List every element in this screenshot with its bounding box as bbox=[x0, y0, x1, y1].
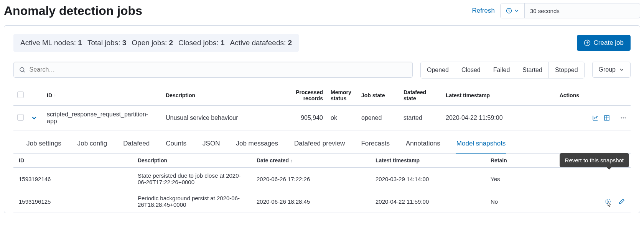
tab-model-snapshots[interactable]: Model snapshots bbox=[456, 136, 507, 154]
search-input[interactable] bbox=[29, 66, 407, 74]
chevron-down-icon bbox=[619, 67, 624, 72]
snap-cell-description: State persisted due to job close at 2020… bbox=[132, 168, 251, 190]
revert-snapshot-button[interactable] bbox=[604, 198, 611, 205]
tab-datafeed-preview[interactable]: Datafeed preview bbox=[293, 136, 346, 154]
cell-id: scripted_response_request_partition-app bbox=[43, 106, 162, 131]
refresh-interval-value[interactable]: 30 seconds bbox=[525, 3, 640, 18]
svg-point-2 bbox=[20, 67, 24, 71]
col-job-state[interactable]: Job state bbox=[357, 85, 400, 106]
table-row: scripted_response_request_partition-app … bbox=[13, 106, 631, 131]
snap-cell-latest-timestamp: 2020-04-22 11:59:00 bbox=[370, 190, 485, 213]
tab-job-settings[interactable]: Job settings bbox=[26, 136, 62, 154]
filter-opened[interactable]: Opened bbox=[421, 62, 455, 78]
select-all-checkbox[interactable] bbox=[17, 92, 24, 98]
more-actions-button[interactable] bbox=[620, 114, 627, 121]
svg-point-6 bbox=[625, 118, 626, 119]
snap-cell-id: 1593192146 bbox=[13, 168, 132, 190]
separator bbox=[615, 114, 615, 122]
filter-started[interactable]: Started bbox=[516, 62, 549, 78]
snap-cell-description: Periodic background persist at 2020-06-2… bbox=[132, 190, 251, 213]
snap-col-date-created[interactable]: Date created ↑ bbox=[251, 154, 370, 168]
col-datafeed-state[interactable]: Datafeed state bbox=[400, 85, 442, 106]
panel-icon bbox=[603, 114, 610, 121]
tooltip: Revert to this snapshot bbox=[560, 153, 629, 167]
cell-memory-status: ok bbox=[327, 106, 357, 131]
tab-datafeed[interactable]: Datafeed bbox=[122, 136, 150, 154]
search-box[interactable] bbox=[13, 62, 413, 78]
chevron-down-icon bbox=[31, 115, 37, 121]
tab-job-config[interactable]: Job config bbox=[77, 136, 108, 154]
col-actions: Actions bbox=[556, 85, 631, 106]
table-row: 1593192146 State persisted due to job cl… bbox=[13, 168, 631, 190]
page-title: Anomaly detection jobs bbox=[4, 4, 142, 18]
snap-cell-date-created: 2020-06-26 17:22:26 bbox=[251, 168, 370, 190]
snap-col-retain[interactable]: Retain bbox=[485, 154, 531, 168]
pencil-icon bbox=[618, 198, 625, 205]
col-processed-records[interactable]: Processed records bbox=[273, 85, 327, 106]
chevron-down-icon bbox=[514, 8, 519, 13]
stats-summary: Active ML nodes: 1 Total jobs: 3 Open jo… bbox=[13, 34, 299, 52]
clock-icon bbox=[506, 8, 512, 14]
svg-point-5 bbox=[623, 118, 624, 119]
state-filter-group: Opened Closed Failed Started Stopped bbox=[420, 62, 585, 78]
col-latest-timestamp[interactable]: Latest timestamp bbox=[442, 85, 556, 106]
snap-cell-retain: No bbox=[485, 190, 531, 213]
expand-row-toggle[interactable] bbox=[31, 115, 39, 121]
tab-forecasts[interactable]: Forecasts bbox=[360, 136, 390, 154]
snap-cell-retain: Yes bbox=[485, 168, 531, 190]
refresh-button[interactable]: Refresh bbox=[472, 7, 495, 15]
open-in-dashboard-button[interactable] bbox=[603, 114, 610, 121]
view-results-button[interactable] bbox=[592, 114, 599, 121]
tab-counts[interactable]: Counts bbox=[165, 136, 187, 154]
snap-col-latest-timestamp[interactable]: Latest timestamp bbox=[370, 154, 485, 168]
chart-icon bbox=[592, 114, 599, 121]
table-row: 1593196125 Periodic background persist a… bbox=[13, 190, 631, 213]
tab-job-messages[interactable]: Job messages bbox=[235, 136, 279, 154]
filter-failed[interactable]: Failed bbox=[487, 62, 517, 78]
cursor-icon bbox=[606, 202, 611, 208]
row-checkbox[interactable] bbox=[17, 114, 24, 121]
snap-cell-latest-timestamp: 2020-03-29 14:14:00 bbox=[370, 168, 485, 190]
plus-circle-icon bbox=[584, 39, 591, 46]
snap-col-description[interactable]: Description bbox=[132, 154, 251, 168]
snap-cell-id: 1593196125 bbox=[13, 190, 132, 213]
search-icon bbox=[19, 67, 26, 73]
cell-description: Unusual service behaviour bbox=[162, 106, 273, 131]
snap-col-id[interactable]: ID bbox=[13, 154, 132, 168]
cell-job-state: opened bbox=[357, 106, 400, 131]
job-detail-tabs: Job settings Job config Datafeed Counts … bbox=[13, 136, 631, 154]
refresh-interval-picker[interactable] bbox=[501, 3, 525, 18]
col-description[interactable]: Description bbox=[162, 85, 273, 106]
filter-stopped[interactable]: Stopped bbox=[549, 62, 584, 78]
cell-datafeed-state: started bbox=[400, 106, 442, 131]
cell-processed-records: 905,940 bbox=[273, 106, 327, 131]
cell-latest-timestamp: 2020-04-22 11:59:00 bbox=[442, 106, 556, 131]
snap-cell-date-created: 2020-06-26 18:28:45 bbox=[251, 190, 370, 213]
edit-snapshot-button[interactable] bbox=[618, 198, 625, 205]
ellipsis-icon bbox=[620, 114, 627, 121]
create-job-button[interactable]: Create job bbox=[577, 35, 631, 51]
tab-json[interactable]: JSON bbox=[202, 136, 221, 154]
tab-annotations[interactable]: Annotations bbox=[405, 136, 441, 154]
svg-point-4 bbox=[621, 118, 622, 119]
col-memory-status[interactable]: Memory status bbox=[327, 85, 357, 106]
filter-closed[interactable]: Closed bbox=[455, 62, 487, 78]
col-id[interactable]: ID ↑ bbox=[47, 92, 56, 98]
group-filter[interactable]: Group bbox=[592, 62, 631, 78]
